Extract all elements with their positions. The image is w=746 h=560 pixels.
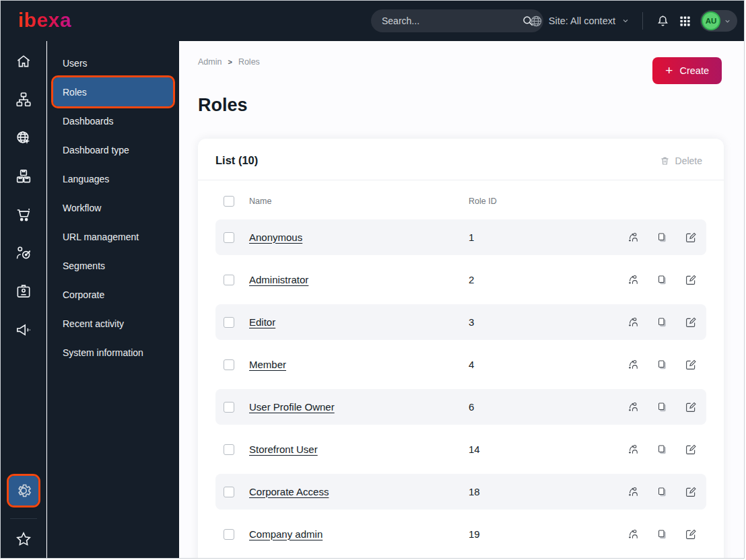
table-row: Member 4 (215, 347, 706, 382)
sidebar-item-dashboards[interactable]: Dashboards (53, 106, 173, 135)
role-name-link[interactable]: Anonymous (249, 232, 302, 243)
roles-list-card: List (10) Delete Name Role ID Anonymous … (198, 139, 724, 559)
admin-sidebar: Users Roles Dashboards Dashboard type La… (47, 41, 179, 558)
edit-icon[interactable] (685, 316, 697, 328)
table-row: Administrator 2 (215, 262, 706, 298)
role-name-link[interactable]: Administrator (249, 274, 308, 285)
assign-users-icon[interactable] (628, 232, 640, 244)
copy-icon[interactable] (656, 274, 668, 286)
search-input[interactable] (380, 15, 522, 27)
copy-icon[interactable] (656, 444, 668, 456)
assign-users-icon[interactable] (628, 359, 640, 371)
assign-users-icon[interactable] (628, 528, 640, 540)
role-id-value: 2 (469, 274, 474, 285)
role-name-link[interactable]: Corporate Access (249, 486, 329, 497)
bookmarks-star-icon[interactable] (9, 524, 38, 554)
role-id-value: 19 (469, 528, 480, 540)
corporate-badge-icon[interactable] (9, 277, 38, 306)
copy-icon[interactable] (656, 316, 668, 328)
global-search[interactable] (371, 9, 543, 32)
user-menu[interactable]: AU (700, 10, 737, 32)
role-name-link[interactable]: Member (249, 359, 286, 370)
table-row: Company admin 19 (215, 516, 706, 552)
sidebar-item-segments[interactable]: Segments (53, 251, 173, 280)
edit-icon[interactable] (685, 528, 697, 540)
breadcrumb-separator: > (228, 58, 232, 66)
row-checkbox[interactable] (224, 275, 234, 285)
topbar-divider (642, 12, 643, 30)
product-boxes-icon[interactable] (9, 162, 38, 191)
edit-icon[interactable] (685, 486, 697, 498)
roles-table: Name Role ID Anonymous 1 Administrator 2 (198, 180, 724, 552)
row-checkbox[interactable] (224, 444, 234, 455)
copy-icon[interactable] (656, 486, 668, 498)
role-name-link[interactable]: Company admin (249, 528, 323, 540)
site-context-selector[interactable]: Site: All context (530, 15, 630, 28)
marketing-megaphone-icon[interactable] (9, 315, 38, 345)
sidebar-item-users[interactable]: Users (53, 48, 173, 77)
nav-rail-bottom (9, 476, 38, 558)
row-checkbox[interactable] (224, 402, 234, 413)
globe-icon (530, 15, 543, 28)
sidebar-item-system-information[interactable]: System information (53, 338, 173, 367)
shopping-cart-icon[interactable] (9, 200, 38, 230)
page-title: Roles (198, 95, 248, 116)
site-context-label: Site: All context (549, 15, 615, 26)
row-checkbox[interactable] (224, 529, 234, 540)
content-tree-icon[interactable] (9, 85, 38, 114)
assign-users-icon[interactable] (628, 486, 640, 498)
edit-icon[interactable] (685, 444, 697, 456)
ibexa-logo[interactable]: ibexa (18, 9, 71, 31)
sidebar-item-languages[interactable]: Languages (53, 164, 173, 193)
copy-icon[interactable] (656, 528, 668, 540)
row-actions (628, 274, 706, 286)
notifications-bell-icon[interactable] (656, 14, 670, 28)
create-button[interactable]: + Create (652, 57, 722, 84)
delete-button[interactable]: Delete (656, 155, 706, 167)
create-button-label: Create (679, 65, 709, 76)
site-globe-icon[interactable] (9, 123, 38, 153)
list-title: List (10) (215, 154, 258, 167)
assign-users-icon[interactable] (628, 274, 640, 286)
table-header-row: Name Role ID (215, 190, 706, 213)
sidebar-item-dashboard-type[interactable]: Dashboard type (53, 135, 173, 164)
row-checkbox[interactable] (224, 487, 234, 497)
sidebar-item-workflow[interactable]: Workflow (53, 193, 173, 222)
sidebar-item-url-management[interactable]: URL management (53, 222, 173, 251)
copy-icon[interactable] (656, 401, 668, 413)
select-all-checkbox[interactable] (224, 196, 234, 207)
role-name-link[interactable]: User Profile Owner (249, 401, 335, 413)
row-checkbox[interactable] (224, 232, 234, 243)
row-actions (628, 486, 706, 498)
assign-users-icon[interactable] (628, 401, 640, 413)
role-name-link[interactable]: Editor (249, 316, 275, 328)
edit-icon[interactable] (685, 232, 697, 244)
edit-icon[interactable] (685, 359, 697, 371)
topbar-right-cluster: Site: All context AU (530, 1, 737, 41)
sidebar-item-roles[interactable]: Roles (53, 77, 173, 106)
row-checkbox[interactable] (224, 359, 234, 370)
row-actions (628, 528, 706, 540)
copy-icon[interactable] (656, 232, 668, 244)
role-name-link[interactable]: Storefront User (249, 444, 318, 455)
role-id-value: 4 (469, 359, 474, 370)
table-row: Editor 3 (215, 304, 706, 340)
assign-users-icon[interactable] (628, 316, 640, 328)
app-grid-icon[interactable] (679, 15, 691, 28)
breadcrumb-roles[interactable]: Roles (238, 57, 260, 67)
sidebar-item-recent-activity[interactable]: Recent activity (53, 309, 173, 338)
personalization-target-icon[interactable] (9, 238, 38, 268)
home-icon[interactable] (9, 46, 38, 76)
sidebar-item-corporate[interactable]: Corporate (53, 280, 173, 309)
settings-gear-icon[interactable] (9, 476, 38, 505)
role-id-value: 18 (469, 486, 480, 497)
breadcrumb-admin[interactable]: Admin (198, 57, 222, 67)
row-checkbox[interactable] (224, 317, 234, 328)
chevron-down-icon (621, 17, 630, 25)
role-id-value: 3 (469, 316, 474, 328)
edit-icon[interactable] (685, 274, 697, 286)
assign-users-icon[interactable] (628, 444, 640, 456)
edit-icon[interactable] (685, 401, 697, 413)
copy-icon[interactable] (656, 359, 668, 371)
app-window: ibexa Site: All context (0, 0, 745, 559)
